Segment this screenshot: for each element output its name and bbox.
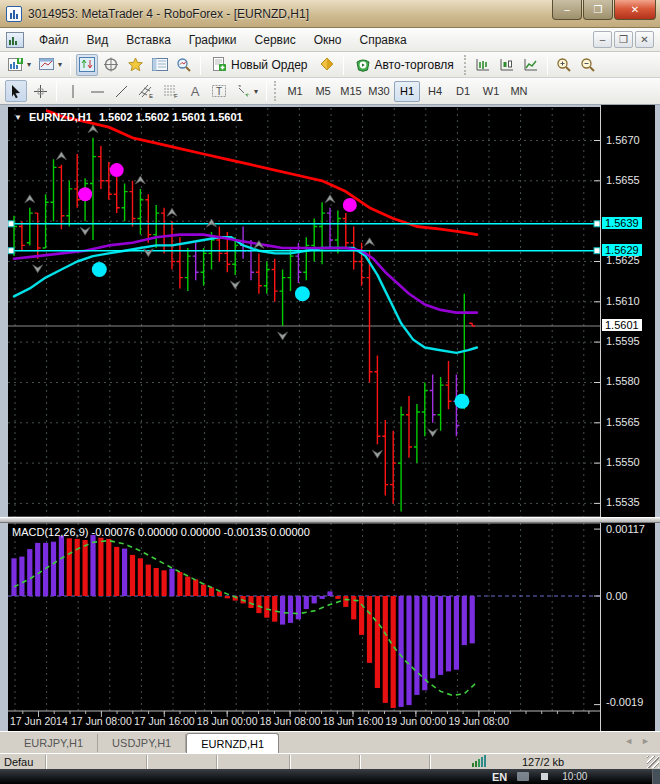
price-axis-label: 1.5670: [606, 134, 640, 146]
autotrading-button[interactable]: Авто-торговля: [349, 54, 460, 76]
menu-help[interactable]: Справка: [351, 30, 416, 50]
fibonacci-button[interactable]: F: [159, 80, 182, 102]
zoom-in-button[interactable]: [553, 54, 575, 76]
horizontal-line-button[interactable]: [86, 80, 108, 102]
hline-price-badge: 1.5639: [602, 217, 642, 229]
price-axis-label: 1.5580: [606, 375, 640, 387]
arrows-tool-icon: [236, 84, 252, 99]
macd-axis-bottom: -0.0019: [606, 696, 643, 708]
svg-text:17 Jun 16:00: 17 Jun 16:00: [134, 715, 195, 727]
timeframe-m5[interactable]: M5: [310, 81, 336, 102]
autotrading-icon: [355, 57, 371, 72]
navigator-button[interactable]: [124, 54, 147, 76]
timeframe-mn[interactable]: MN: [506, 81, 532, 102]
hline-price-badge: 1.5629: [602, 244, 642, 256]
timeframe-h1[interactable]: H1: [394, 81, 420, 102]
cursor-button[interactable]: [5, 80, 27, 102]
svg-text:T: T: [216, 86, 222, 97]
metaeditor-button[interactable]: [316, 54, 338, 76]
keyboard-tray-icon[interactable]: [517, 772, 529, 781]
show-desktop-button[interactable]: [652, 769, 660, 784]
candlestick-icon: [499, 57, 515, 72]
tab-scroll-right-icon[interactable]: ►: [641, 736, 650, 746]
profiles-icon: [39, 57, 56, 72]
taskbar-clock[interactable]: 10:00: [562, 771, 587, 782]
maximize-button[interactable]: ❐: [583, 0, 613, 20]
vertical-line-icon: [67, 84, 79, 99]
equidistant-channel-button[interactable]: E: [134, 80, 157, 102]
profiles-button[interactable]: ▾: [36, 54, 65, 76]
macd-axis-zero: 0.00: [606, 590, 627, 602]
menu-service[interactable]: Сервис: [246, 30, 305, 50]
symbol-label: EURNZD,H1: [29, 111, 92, 123]
pane-splitter[interactable]: [0, 517, 660, 523]
windows-taskbar[interactable]: EN 10:00: [0, 769, 660, 784]
ohlc-values: 1.5602 1.5602 1.5601 1.5601: [99, 111, 243, 123]
svg-text:F: F: [174, 93, 178, 99]
status-bar: Defau 127/2 kb: [0, 753, 660, 769]
terminal-button[interactable]: [149, 54, 171, 76]
chart-canvas[interactable]: 17 Jun 201417 Jun 08:0017 Jun 16:0018 Ju…: [8, 105, 600, 731]
resize-grip[interactable]: [647, 756, 659, 768]
tray-icon[interactable]: [541, 773, 548, 780]
svg-text:17 Jun 2014: 17 Jun 2014: [10, 715, 68, 727]
chart-window-icon: [6, 32, 24, 48]
timeframe-m15[interactable]: M15: [338, 81, 364, 102]
mdi-restore-button[interactable]: ❐: [614, 31, 633, 48]
candlestick-style-button[interactable]: [496, 54, 518, 76]
timeframe-d1[interactable]: D1: [450, 81, 476, 102]
macd-axis-top: 0.00117: [606, 523, 645, 535]
new-chart-button[interactable]: ▾: [5, 54, 34, 76]
minimize-button[interactable]: –: [552, 0, 582, 20]
horizontal-line-icon: [90, 84, 105, 99]
language-indicator[interactable]: EN: [492, 771, 507, 783]
line-chart-style-button[interactable]: [520, 54, 542, 76]
symbol-ohlc-header: ▼ EURNZD,H1 1.5602 1.5602 1.5601 1.5601: [14, 111, 243, 123]
standard-toolbar: ▾ ▾ Новый Ордер Авто-торговля: [0, 52, 660, 78]
mt4-window: 3014953: MetaTrader 4 - RoboForex - [EUR…: [0, 0, 660, 784]
timeframe-m1[interactable]: M1: [282, 81, 308, 102]
title-bar[interactable]: 3014953: MetaTrader 4 - RoboForex - [EUR…: [0, 0, 660, 28]
tab-eurnzd[interactable]: EURNZD,H1: [186, 733, 279, 754]
dropdown-icon: ▾: [58, 60, 62, 69]
menu-view[interactable]: Вид: [78, 30, 118, 50]
dropdown-icon: ▾: [27, 60, 31, 69]
text-button[interactable]: A: [184, 80, 206, 102]
menu-insert[interactable]: Вставка: [117, 30, 180, 50]
menu-bar: Файл Вид Вставка Графики Сервис Окно Спр…: [0, 28, 660, 52]
line-studies-toolbar: E F A T ▾ M1 M5 M15 M30 H1 H4 D1 W1 MN: [0, 78, 660, 105]
timeframe-w1[interactable]: W1: [478, 81, 504, 102]
vertical-line-button[interactable]: [62, 80, 84, 102]
menu-file[interactable]: Файл: [30, 30, 78, 50]
new-order-label: Новый Ордер: [231, 58, 307, 72]
mdi-close-button[interactable]: ✕: [635, 31, 654, 48]
mdi-minimize-button[interactable]: –: [593, 31, 612, 48]
svg-text:19 Jun 00:00: 19 Jun 00:00: [386, 715, 447, 727]
profile-status[interactable]: Defau: [0, 755, 46, 769]
price-axis-label: 1.5535: [606, 496, 640, 508]
menu-charts[interactable]: Графики: [180, 30, 246, 50]
trendline-button[interactable]: [110, 80, 132, 102]
text-label-button[interactable]: T: [208, 80, 231, 102]
new-order-button[interactable]: Новый Ордер: [206, 54, 313, 76]
arrows-tool-button[interactable]: ▾: [233, 80, 261, 102]
market-watch-button[interactable]: [76, 54, 98, 76]
zoom-out-icon: [580, 57, 596, 72]
crosshair-button[interactable]: [29, 80, 51, 102]
price-axis[interactable]: 1.56701.56551.56251.56101.55951.55801.55…: [600, 105, 655, 731]
svg-text:18 Jun 00:00: 18 Jun 00:00: [197, 715, 258, 727]
tab-eurjpy[interactable]: EURJPY,H1: [10, 734, 98, 752]
bar-chart-style-button[interactable]: [472, 54, 494, 76]
fibonacci-icon: F: [162, 83, 179, 99]
zoom-out-button[interactable]: [577, 54, 599, 76]
data-window-button[interactable]: [100, 54, 122, 76]
menu-window[interactable]: Окно: [305, 30, 351, 50]
tab-usdjpy[interactable]: USDJPY,H1: [98, 734, 186, 752]
timeframe-h4[interactable]: H4: [422, 81, 448, 102]
bid-price-badge: 1.5601: [602, 319, 642, 331]
strategy-tester-button[interactable]: [173, 54, 195, 76]
collapse-arrow-icon[interactable]: ▼: [14, 113, 22, 122]
close-button[interactable]: ✕: [614, 0, 656, 20]
timeframe-m30[interactable]: M30: [366, 81, 392, 102]
tab-scroll-left-icon[interactable]: ◄: [624, 736, 633, 746]
